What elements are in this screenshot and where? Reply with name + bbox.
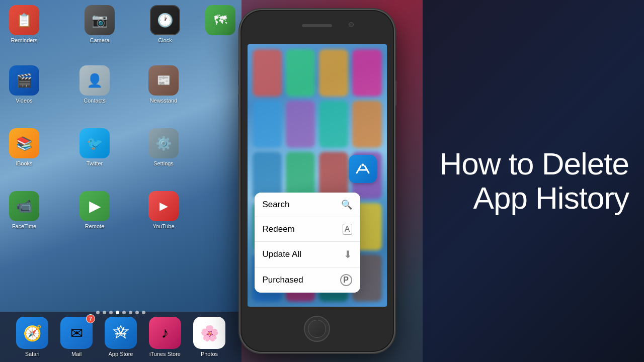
bg-icon (319, 101, 348, 148)
menu-item-search[interactable]: Search 🔍 (255, 193, 360, 217)
iphone-body: Search 🔍 Redeem A Update All ⬇ Purchased… (240, 10, 394, 352)
title-line-1: How to Delete (438, 147, 629, 181)
redeem-icon: A (343, 224, 352, 235)
bg-icon (253, 49, 282, 97)
iphone-camera (349, 22, 354, 27)
bg-icon (352, 101, 381, 148)
menu-search-label: Search (263, 200, 290, 210)
dock-itunes[interactable]: ♪ iTunes Store (149, 317, 181, 357)
app-icon-contacts[interactable]: 👤 Contacts (79, 65, 110, 104)
ipad-dock: 🧭 Safari ✉ 7 Mail App Store ♪ iT (0, 312, 242, 362)
app-icon-label: YouTube (152, 223, 174, 229)
dock-mail[interactable]: ✉ 7 Mail (60, 317, 93, 357)
bg-icon (319, 152, 348, 199)
bg-icon (352, 49, 381, 97)
bg-icon (286, 49, 315, 97)
purchased-icon: P (340, 274, 352, 286)
dock-safari[interactable]: 🧭 Safari (16, 317, 48, 357)
title-line-2: App History (438, 181, 629, 215)
dock-icon-label: Photos (201, 351, 218, 357)
iphone-home-button-inner (308, 320, 326, 338)
bg-icon (253, 152, 282, 199)
page-dot (142, 311, 145, 314)
app-icon-settings[interactable]: ⚙️ Settings (148, 128, 179, 166)
app-icon-label: Camera (90, 37, 109, 43)
svg-point-0 (361, 164, 364, 166)
app-icon-label: iBooks (16, 160, 32, 166)
page-dot (122, 311, 126, 314)
update-all-icon: ⬇ (344, 248, 352, 260)
page-dot (96, 311, 100, 314)
dock-appstore[interactable]: App Store (105, 317, 137, 357)
iphone-screen: Search 🔍 Redeem A Update All ⬇ Purchased… (248, 44, 387, 307)
app-icon-label: Twitter (87, 160, 103, 166)
iphone-speaker (302, 24, 332, 27)
app-icon-label: Reminders (11, 37, 37, 43)
menu-item-redeem[interactable]: Redeem A (255, 217, 360, 242)
bg-icon (286, 152, 315, 199)
app-icon-label: Newsstand (150, 98, 177, 104)
menu-update-label: Update All (263, 249, 302, 259)
app-icon-ibooks[interactable]: 📚 iBooks (9, 128, 39, 166)
bg-icon (286, 101, 315, 148)
app-icon-label: FaceTime (12, 223, 37, 229)
mail-badge: 7 (86, 314, 95, 323)
iphone-home-button[interactable] (304, 316, 330, 342)
volume-up-button[interactable] (238, 70, 239, 85)
dock-icon-label: Mail (71, 351, 82, 357)
app-icon-videos[interactable]: 🎬 Videos (9, 65, 39, 104)
dropdown-menu: Search 🔍 Redeem A Update All ⬇ Purchased… (255, 193, 360, 293)
dock-icon-label: App Store (109, 351, 133, 357)
app-icon-remote[interactable]: ▶ Remote (79, 191, 110, 229)
app-icon-label: Remote (85, 223, 105, 229)
menu-item-purchased[interactable]: Purchased P (255, 267, 360, 293)
app-icon-reminders[interactable]: 📋 Reminders (9, 5, 39, 43)
app-icon-label: Videos (16, 98, 32, 104)
page-dots (0, 311, 242, 314)
bg-icon (319, 49, 348, 97)
app-icon-newsstand[interactable]: 📰 Newsstand (148, 65, 179, 104)
menu-item-update-all[interactable]: Update All ⬇ (255, 242, 360, 267)
bg-icon (253, 101, 282, 148)
page-dot (103, 311, 106, 314)
page-dot-active (116, 311, 119, 314)
menu-redeem-label: Redeem (263, 224, 295, 234)
app-icon-camera[interactable]: 📷 Camera (85, 5, 115, 43)
app-icon-clock[interactable]: 🕐 Clock (150, 5, 180, 43)
app-icon-youtube[interactable]: ▶ YouTube (148, 191, 179, 229)
page-dot (129, 311, 132, 314)
title-block: How to Delete App History (438, 147, 629, 215)
iphone-device: Search 🔍 Redeem A Update All ⬇ Purchased… (231, 0, 403, 362)
volume-down-button[interactable] (238, 93, 239, 108)
app-icon-twitter[interactable]: 🐦 Twitter (79, 128, 110, 166)
dock-icon-label: iTunes Store (149, 351, 181, 357)
dock-icon-label: Safari (25, 351, 40, 357)
power-button[interactable] (395, 80, 396, 106)
app-icon-label: Clock (158, 37, 172, 43)
dock-photos[interactable]: 🌸 Photos (193, 317, 225, 357)
menu-purchased-label: Purchased (263, 275, 303, 285)
search-icon: 🔍 (341, 199, 352, 210)
appstore-icon-phone[interactable] (349, 155, 377, 183)
app-icon-facetime[interactable]: 📹 FaceTime (9, 191, 39, 229)
page-dot (109, 311, 113, 314)
page-dot (135, 311, 139, 314)
app-icon-maps[interactable]: 🗺 (205, 5, 235, 37)
app-icon-label: Contacts (84, 98, 105, 104)
ipad-screen: 📋 Reminders 📷 Camera 🕐 Clock 🗺 🎬 Videos … (0, 0, 242, 362)
app-icon-label: Settings (153, 160, 174, 166)
